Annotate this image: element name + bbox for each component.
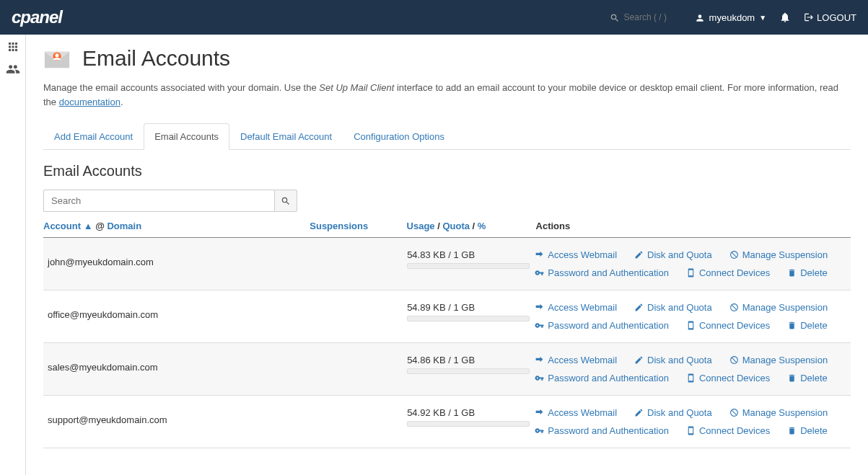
- page-description: Manage the email accounts associated wit…: [43, 81, 851, 109]
- disk-link[interactable]: Disk and Quota: [634, 249, 712, 260]
- manage_susp-link[interactable]: Manage Suspension: [729, 355, 828, 365]
- cpanel-logo[interactable]: cPanel: [12, 7, 62, 27]
- account-email: sales@myeukdomain.com: [48, 355, 311, 373]
- actions-cell: Access WebmailDisk and QuotaManage Suspe…: [535, 355, 846, 383]
- webmail-link[interactable]: Access Webmail: [535, 302, 617, 313]
- global-search[interactable]: [610, 12, 682, 23]
- usage-cell: 54.86 KB / 1 GB: [407, 355, 535, 374]
- sort-suspensions[interactable]: Suspensions: [310, 221, 368, 231]
- connect-icon: [686, 321, 696, 330]
- section-title: Email Accounts: [43, 163, 851, 179]
- delete-link[interactable]: Delete: [787, 320, 828, 331]
- webmail-link[interactable]: Access Webmail: [535, 407, 617, 418]
- password-icon: [535, 373, 544, 383]
- manage_susp-icon: [729, 355, 739, 365]
- sort-account[interactable]: Account ▲: [43, 221, 93, 231]
- delete-link[interactable]: Delete: [787, 425, 828, 436]
- password-link[interactable]: Password and Authentication: [535, 320, 669, 331]
- password-icon: [535, 426, 544, 435]
- accounts-search: [43, 190, 851, 212]
- disk-link[interactable]: Disk and Quota: [634, 355, 712, 365]
- account-row: john@myeukdomain.com54.83 KB / 1 GBAcces…: [43, 238, 851, 290]
- delete-icon: [787, 373, 797, 383]
- manage_susp-link[interactable]: Manage Suspension: [729, 407, 828, 418]
- password-link[interactable]: Password and Authentication: [535, 267, 669, 278]
- webmail-link[interactable]: Access Webmail: [535, 355, 617, 365]
- manage_susp-link[interactable]: Manage Suspension: [729, 249, 828, 260]
- connect-icon: [686, 373, 696, 383]
- usage-cell: 54.89 KB / 1 GB: [407, 302, 535, 321]
- tab-default-email-account[interactable]: Default Email Account: [229, 123, 343, 150]
- sort-domain[interactable]: Domain: [107, 221, 141, 231]
- email-accounts-icon: [43, 47, 71, 70]
- accounts-table-body: john@myeukdomain.com54.83 KB / 1 GBAcces…: [43, 238, 851, 448]
- account-email: support@myeukdomain.com: [48, 407, 311, 425]
- connect-link[interactable]: Connect Devices: [686, 267, 770, 278]
- sort-percent[interactable]: %: [478, 221, 486, 231]
- password-icon: [535, 268, 544, 278]
- usage-bar: [407, 263, 530, 269]
- actions-cell: Access WebmailDisk and QuotaManage Suspe…: [535, 249, 846, 278]
- manage_susp-icon: [729, 303, 739, 312]
- user-icon: [695, 12, 705, 23]
- webmail-icon: [535, 303, 544, 312]
- tab-add-email-account[interactable]: Add Email Account: [43, 123, 144, 150]
- tabs: Add Email AccountEmail AccountsDefault E…: [43, 123, 851, 150]
- connect-link[interactable]: Connect Devices: [686, 373, 770, 383]
- account-row: office@myeukdomain.com54.89 KB / 1 GBAcc…: [43, 290, 851, 343]
- search-icon: [281, 196, 291, 206]
- account-row: sales@myeukdomain.com54.86 KB / 1 GBAcce…: [43, 343, 851, 396]
- connect-icon: [686, 268, 696, 278]
- left-nav-strip: [0, 35, 26, 475]
- webmail-icon: [535, 355, 544, 365]
- page-title: Email Accounts: [82, 46, 230, 71]
- tab-configuration-options[interactable]: Configuration Options: [343, 123, 455, 150]
- manage_susp-icon: [729, 408, 739, 417]
- th-actions: Actions: [536, 221, 851, 231]
- webmail-icon: [535, 250, 544, 259]
- user-menu[interactable]: myeukdom ▼: [695, 12, 766, 23]
- sort-quota[interactable]: Quota: [442, 221, 470, 231]
- usage-cell: 54.92 KB / 1 GB: [407, 407, 535, 427]
- password-link[interactable]: Password and Authentication: [535, 425, 669, 436]
- notifications-button[interactable]: [779, 12, 791, 23]
- disk-link[interactable]: Disk and Quota: [634, 302, 712, 313]
- search-icon: [610, 12, 620, 23]
- documentation-link[interactable]: documentation: [59, 97, 120, 107]
- password-icon: [535, 321, 544, 330]
- chevron-down-icon: ▼: [759, 14, 766, 22]
- disk-icon: [634, 408, 644, 417]
- usage-bar: [407, 368, 530, 374]
- manage_susp-link[interactable]: Manage Suspension: [729, 302, 828, 313]
- accounts-search-button[interactable]: [274, 190, 297, 212]
- tab-email-accounts[interactable]: Email Accounts: [144, 123, 229, 150]
- grid-apps-icon[interactable]: [6, 40, 19, 53]
- delete-icon: [787, 426, 797, 435]
- delete-link[interactable]: Delete: [787, 373, 828, 383]
- sort-usage[interactable]: Usage: [407, 221, 435, 231]
- actions-cell: Access WebmailDisk and QuotaManage Suspe…: [535, 407, 846, 436]
- password-link[interactable]: Password and Authentication: [535, 373, 669, 383]
- users-icon[interactable]: [6, 62, 20, 76]
- actions-cell: Access WebmailDisk and QuotaManage Suspe…: [535, 302, 846, 331]
- delete-icon: [787, 268, 797, 278]
- global-search-input[interactable]: [624, 12, 682, 22]
- connect-link[interactable]: Connect Devices: [686, 320, 770, 331]
- username: myeukdom: [709, 12, 755, 23]
- account-email: office@myeukdomain.com: [48, 302, 311, 320]
- top-header: cPanel myeukdom ▼ LOGOUT: [0, 0, 868, 35]
- delete-link[interactable]: Delete: [787, 267, 828, 278]
- webmail-icon: [535, 408, 544, 417]
- main-content: Email Accounts Manage the email accounts…: [26, 35, 868, 475]
- logout-button[interactable]: LOGOUT: [804, 12, 856, 23]
- disk-link[interactable]: Disk and Quota: [634, 407, 712, 418]
- disk-icon: [634, 355, 644, 365]
- webmail-link[interactable]: Access Webmail: [535, 249, 617, 260]
- connect-icon: [686, 426, 696, 435]
- accounts-search-input[interactable]: [43, 190, 274, 212]
- disk-icon: [634, 250, 644, 259]
- usage-cell: 54.83 KB / 1 GB: [407, 249, 535, 269]
- usage-bar: [407, 316, 530, 321]
- connect-link[interactable]: Connect Devices: [686, 425, 770, 436]
- table-header-row: Account ▲ @ Domain Suspensions Usage / Q…: [43, 221, 851, 238]
